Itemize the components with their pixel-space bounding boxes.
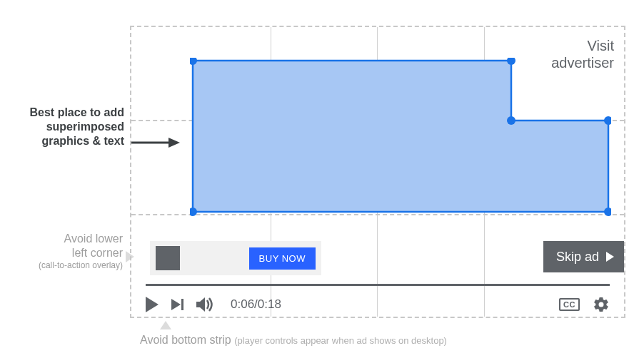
cta-overlay[interactable]: BUY NOW [150,241,321,275]
cc-icon[interactable]: CC [559,298,580,311]
label-avoid-lower-left-sub: (call-to-action overlay) [20,260,123,271]
visit-advertiser-line2: advertiser [551,55,614,71]
time-current: 0:06 [231,297,254,311]
label-avoid-bottom-text: Avoid bottom strip [140,334,231,346]
svg-point-3 [190,58,197,65]
play-icon[interactable] [146,297,159,312]
time-display: 0:06/0:18 [231,297,281,312]
player-controls: 0:06/0:18 CC [146,292,610,317]
label-avoid-bottom-sub: (player controls appear when ad shows on… [234,335,447,346]
grid-hline [131,120,624,121]
volume-icon[interactable] [196,297,215,312]
next-icon[interactable] [171,299,183,310]
label-avoid-lower-left-line2: left corner [72,247,123,259]
label-avoid-lower-left-line1: Avoid lower [64,232,123,245]
buy-now-button[interactable]: BUY NOW [249,247,316,270]
pointer-bottom-icon [160,321,171,329]
svg-point-4 [507,58,515,65]
grid-vline [377,27,378,317]
gear-icon[interactable] [593,296,610,313]
skip-ad-label: Skip ad [556,250,599,265]
visit-advertiser-label[interactable]: Visit advertiser [551,37,614,71]
progress-bar[interactable] [146,284,610,286]
svg-marker-2 [193,61,608,212]
label-avoid-lower-left: Avoid lower left corner (call-to-action … [20,232,123,271]
svg-marker-9 [196,297,205,312]
skip-ad-play-icon [606,252,614,262]
video-player-frame: Visit advertiser BUY NOW Skip ad [130,26,625,318]
grid-vline [484,27,485,317]
grid-hline [131,214,624,215]
label-best-place: Best place to add superimposed graphics … [14,106,124,148]
cta-thumbnail [156,246,180,270]
skip-ad-button[interactable]: Skip ad [543,241,624,272]
safe-zone-shape [190,58,611,215]
time-total: 0:18 [258,297,281,311]
label-avoid-bottom: Avoid bottom strip (player controls appe… [140,334,447,347]
visit-advertiser-line1: Visit [588,38,614,53]
